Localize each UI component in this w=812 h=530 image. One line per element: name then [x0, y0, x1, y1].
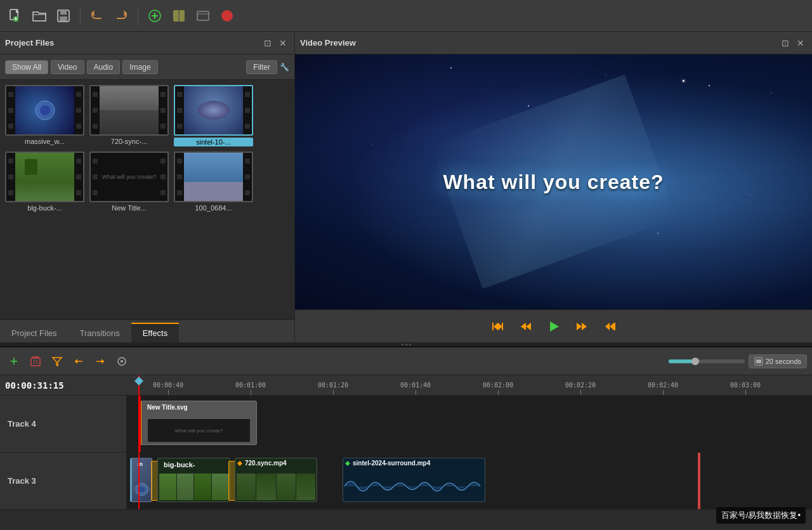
image-filter-button[interactable]: Image: [122, 60, 157, 74]
zoom-track[interactable]: [669, 359, 745, 363]
redo-button[interactable]: [111, 6, 131, 26]
film-strip-right: [74, 153, 83, 201]
ruler-mark: 00:03:00: [704, 382, 787, 395]
media-item[interactable]: What will you create? New Title...: [89, 152, 169, 212]
media-thumbnail: What will you create?: [89, 152, 169, 202]
timeline-toolbar: + 20 seconds: [0, 347, 812, 375]
ruler-label: 00:03:00: [730, 382, 761, 389]
playhead[interactable]: [138, 375, 140, 395]
film-hole: [76, 124, 81, 129]
track-4-label: Track 4: [0, 396, 127, 452]
filter-track-button[interactable]: [48, 352, 66, 370]
project-files-header: Project Files ⊡ ✕: [0, 32, 294, 55]
center-playhead-button[interactable]: [113, 352, 131, 370]
toolbar-separator: [80, 7, 81, 25]
rewind-button[interactable]: [514, 315, 537, 338]
media-content: [184, 86, 243, 134]
open-button[interactable]: [29, 6, 49, 26]
show-all-button[interactable]: Show All: [5, 60, 48, 74]
film-hole: [76, 92, 81, 97]
media-label: massive_w...: [5, 138, 84, 145]
red-marker-line: [698, 453, 700, 509]
video-preview-text: What will you create?: [443, 171, 664, 194]
film-hole: [160, 190, 166, 195]
svg-rect-42: [756, 359, 761, 363]
media-item[interactable]: 720-sync-...: [89, 85, 169, 146]
save-button[interactable]: [53, 6, 74, 26]
next-marker-button[interactable]: [91, 352, 109, 370]
film-strip-left: [91, 86, 100, 134]
tab-transitions[interactable]: Transitions: [69, 323, 131, 342]
ruler-mark: 00:01:00: [209, 382, 292, 395]
go-to-end-button[interactable]: [598, 315, 621, 338]
track-4-content[interactable]: New Title.svg What will you create?: [127, 396, 812, 452]
media-item[interactable]: 100_0684...: [174, 152, 253, 212]
tab-project-files[interactable]: Project Files: [0, 323, 69, 342]
new-file-button[interactable]: +: [5, 6, 25, 26]
main-area: Project Files ⊡ ✕ Show All Video Audio I…: [0, 32, 812, 342]
resize-dots: [402, 344, 411, 346]
clip-new-title[interactable]: New Title.svg What will you create?: [140, 401, 257, 445]
track-row: Track 4 New Title.svg What will you crea…: [0, 396, 812, 453]
ruler-tick: [168, 390, 169, 395]
media-item[interactable]: massive_w...: [5, 85, 84, 146]
panel-close-icon[interactable]: ✕: [277, 37, 289, 49]
film-hole: [245, 108, 250, 113]
film-hole: [160, 124, 166, 129]
ruler-mark: 00:01:40: [374, 382, 457, 395]
media-label: 100_0684...: [174, 204, 253, 212]
media-item[interactable]: blg-buck-...: [5, 152, 84, 212]
media-item[interactable]: sintel-10-...: [174, 85, 253, 146]
film-hole: [245, 190, 250, 195]
add-track-button[interactable]: +: [5, 352, 23, 370]
svg-marker-20: [521, 323, 526, 330]
tab-effects[interactable]: Effects: [131, 323, 180, 342]
media-content: [15, 86, 74, 134]
fast-forward-button[interactable]: [570, 315, 593, 338]
filter-label[interactable]: Filter: [246, 60, 277, 74]
preview-maximize-icon[interactable]: ⊡: [779, 37, 792, 49]
timeline-section: + 20 seconds 00:00:31:15: [0, 346, 812, 530]
ruler-mark: 00:02:20: [539, 382, 622, 395]
film-hole: [8, 190, 13, 195]
split-button[interactable]: [169, 6, 189, 26]
ruler-label: 00:00:40: [153, 382, 183, 389]
panel-maximize-icon[interactable]: ⊡: [261, 37, 274, 49]
clip-720sync[interactable]: 720.sync.mp4: [235, 458, 317, 502]
clip-sintel-audio[interactable]: sintel-2024-surround.mp4: [343, 458, 485, 502]
audio-filter-button[interactable]: Audio: [87, 60, 121, 74]
media-thumbnail: [5, 85, 84, 136]
play-button[interactable]: [542, 315, 565, 338]
filter-bar: Show All Video Audio Image Filter 🔧: [0, 55, 294, 80]
ruler-label: 00:02:20: [565, 382, 596, 389]
film-hole: [76, 108, 81, 113]
preview-close-icon[interactable]: ✕: [794, 37, 807, 49]
undo-button[interactable]: [87, 6, 107, 26]
film-strip-right: [159, 86, 167, 134]
film-hole: [76, 174, 81, 179]
remove-track-button[interactable]: [27, 352, 44, 370]
ruler-label: 00:02:00: [483, 382, 513, 389]
fullscreen-button[interactable]: [193, 6, 213, 26]
zoom-handle[interactable]: [691, 358, 699, 365]
clip-bigbuck[interactable]: big-buck-: [157, 458, 230, 502]
film-strip-left: [175, 153, 184, 201]
svg-rect-28: [31, 358, 40, 366]
record-button[interactable]: [217, 6, 237, 26]
video-preview: What will you create?: [295, 55, 812, 309]
bottom-tabs: Project Files Transitions Effects: [0, 320, 294, 342]
filter-clear-icon[interactable]: 🔧: [280, 63, 289, 72]
video-filter-button[interactable]: Video: [51, 60, 84, 74]
add-button[interactable]: [145, 6, 165, 26]
zoom-fill: [669, 359, 694, 363]
film-hole: [177, 92, 182, 97]
media-grid: massive_w...: [0, 80, 294, 320]
track-3-content[interactable]: m big-buck-: [127, 453, 812, 509]
prev-marker-button[interactable]: [70, 352, 88, 370]
go-to-start-button[interactable]: [487, 315, 509, 338]
ruler-label: 00:01:20: [318, 382, 348, 389]
clip-title-thumbnail: What will you create?: [148, 419, 250, 442]
media-label: blg-buck-...: [5, 204, 84, 212]
clip-m[interactable]: m: [130, 458, 152, 502]
ruler-tick: [663, 390, 664, 395]
